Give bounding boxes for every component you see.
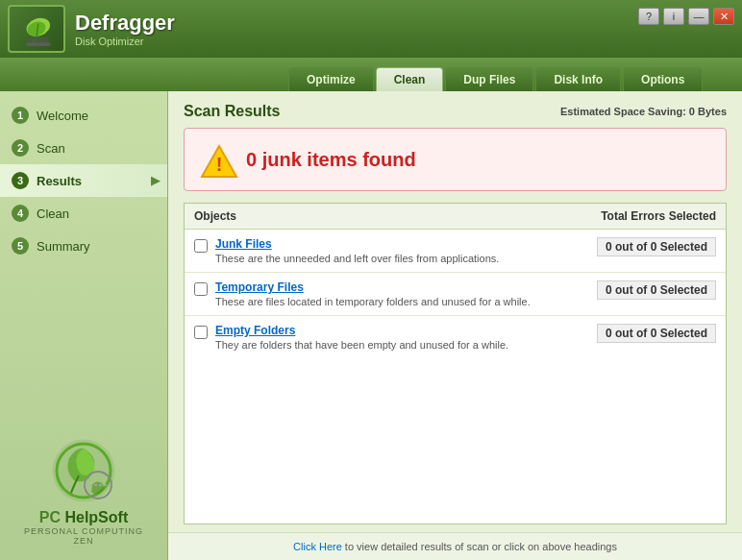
col-objects: Objects <box>194 209 236 223</box>
info-button[interactable]: i <box>663 8 684 25</box>
sidebar-num-2: 2 <box>12 139 29 157</box>
app-name: Defragger <box>75 11 175 36</box>
table-header: Objects Total Errors Selected <box>185 204 726 230</box>
junk-files-desc: These are the unneeded and left over fil… <box>215 253 581 264</box>
temp-files-count: 0 out of 0 Selected <box>597 280 716 300</box>
results-table: Objects Total Errors Selected Junk Files… <box>184 203 727 524</box>
table-row-empty-folders: Empty Folders They are folders that have… <box>185 316 726 358</box>
sidebar-logo-area: PC HelpSoft PERSONAL COMPUTING ZEN <box>0 423 167 560</box>
click-here-text: to view detailed results of scan or clic… <box>345 541 617 552</box>
sidebar-item-summary[interactable]: 5 Summary <box>0 230 167 262</box>
empty-folders-title[interactable]: Empty Folders <box>215 324 581 337</box>
empty-folders-count: 0 out of 0 Selected <box>597 324 716 343</box>
page-title: Scan Results <box>184 103 280 120</box>
tab-optimize[interactable]: Optimize <box>288 67 374 91</box>
temp-files-title[interactable]: Temporary Files <box>215 280 581 294</box>
empty-folders-content: Empty Folders They are folders that have… <box>215 324 581 351</box>
alert-message: 0 junk items found <box>246 149 416 171</box>
junk-files-checkbox[interactable] <box>194 239 208 253</box>
tab-bar: Optimize Clean Dup Files Disk Info Optio… <box>0 58 742 91</box>
sidebar-tagline: PERSONAL COMPUTING ZEN <box>14 526 153 546</box>
title-bar: Defragger Disk Optimizer ? i — ✕ <box>0 0 742 58</box>
sidebar-item-clean[interactable]: 4 Clean <box>0 197 167 230</box>
help-button[interactable]: ? <box>638 8 659 25</box>
sidebar-item-scan[interactable]: 2 Scan <box>0 132 167 164</box>
click-here-link[interactable]: Click Here <box>293 541 342 552</box>
sidebar-arrow-results: ▶ <box>151 174 160 187</box>
sidebar-label-summary: Summary <box>37 239 90 254</box>
sidebar-num-5: 5 <box>12 237 29 255</box>
app-logo <box>8 5 65 53</box>
tab-disk-info[interactable]: Disk Info <box>535 67 621 91</box>
minimize-button[interactable]: — <box>688 8 709 25</box>
close-button[interactable]: ✕ <box>713 8 734 25</box>
table-row-temp: Temporary Files These are files located … <box>185 273 726 316</box>
window-controls: ? i — ✕ <box>638 8 734 25</box>
sidebar-item-welcome[interactable]: 1 Welcome <box>0 99 167 132</box>
sidebar-label-welcome: Welcome <box>37 109 88 123</box>
empty-folders-desc: They are folders that have been empty an… <box>215 339 581 351</box>
app-title-block: Defragger Disk Optimizer <box>75 11 175 47</box>
sidebar-num-1: 1 <box>12 107 29 124</box>
sidebar-label-clean: Clean <box>37 207 69 221</box>
content-area: Scan Results Estimated Space Saving: 0 B… <box>168 91 742 560</box>
col-errors: Total Errors Selected <box>601 209 716 223</box>
sidebar-label-results: Results <box>37 174 82 188</box>
tab-dup-files[interactable]: Dup Files <box>445 67 533 91</box>
tab-clean[interactable]: Clean <box>376 67 444 91</box>
warning-icon: ! <box>200 142 235 177</box>
sidebar-label-scan: Scan <box>37 141 65 156</box>
sidebar-num-4: 4 <box>12 205 29 222</box>
sidebar-item-results[interactable]: 3 Results ▶ <box>0 164 167 197</box>
pc-helpsoft-logo <box>50 437 117 504</box>
leaf-icon <box>19 12 54 46</box>
svg-text:!: ! <box>216 154 223 175</box>
temp-files-content: Temporary Files These are files located … <box>215 280 581 307</box>
svg-rect-4 <box>26 42 50 46</box>
space-saving: Estimated Space Saving: 0 Bytes <box>560 106 727 117</box>
app-subtitle: Disk Optimizer <box>75 36 175 47</box>
temp-files-desc: These are files located in temporary fol… <box>215 296 581 307</box>
junk-files-count: 0 out of 0 Selected <box>597 237 716 256</box>
tab-options[interactable]: Options <box>623 67 703 91</box>
empty-folders-checkbox[interactable] <box>194 326 208 339</box>
junk-files-content: Junk Files These are the unneeded and le… <box>215 237 581 264</box>
alert-box: ! 0 junk items found <box>184 128 727 191</box>
table-row-junk: Junk Files These are the unneeded and le… <box>185 230 726 273</box>
main-layout: 1 Welcome 2 Scan 3 Results ▶ 4 Clean 5 S… <box>0 91 742 560</box>
sidebar: 1 Welcome 2 Scan 3 Results ▶ 4 Clean 5 S… <box>0 91 168 560</box>
sidebar-num-3: 3 <box>12 172 29 189</box>
junk-files-title[interactable]: Junk Files <box>215 237 581 251</box>
click-here-area: Click Here to view detailed results of s… <box>168 532 742 560</box>
temp-files-checkbox[interactable] <box>194 282 208 296</box>
sidebar-brand: PC HelpSoft <box>39 509 128 526</box>
content-header: Scan Results Estimated Space Saving: 0 B… <box>168 91 742 128</box>
